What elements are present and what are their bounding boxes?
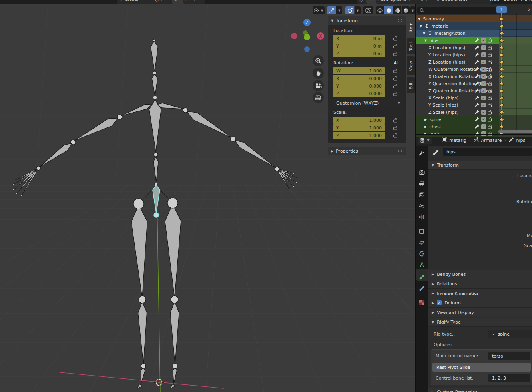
modifier-wrench-icon[interactable] <box>475 38 480 43</box>
shading-wireframe-button[interactable] <box>376 6 384 14</box>
unlock-icon[interactable] <box>488 45 492 50</box>
panel-header-bendy-bones[interactable]: ▶Bendy Bones <box>428 270 532 279</box>
sidebar-tab-item[interactable]: Item <box>407 18 415 36</box>
panel-grip-icon[interactable] <box>398 19 403 22</box>
props-transform-panel-header[interactable]: ▼ Transform <box>428 161 532 170</box>
unlock-icon[interactable] <box>488 60 492 64</box>
channel-enable-checkbox[interactable]: ✓ <box>481 124 486 129</box>
unlock-icon[interactable] <box>488 81 492 86</box>
dopesheet-channel-spine[interactable]: ▶spine✓ <box>416 116 499 123</box>
pan-tool-button[interactable] <box>313 68 324 79</box>
props-tab-physics[interactable] <box>416 237 427 248</box>
dopesheet-channel-x-scale-hips-[interactable]: X Scale (hips)✓ <box>416 94 499 101</box>
props-tab-bone-constraints[interactable] <box>416 283 427 293</box>
lock-toggle[interactable] <box>393 36 397 42</box>
props-tab-texture[interactable] <box>416 297 427 308</box>
shading-material-button[interactable] <box>393 6 401 14</box>
unlock-icon[interactable] <box>488 38 492 43</box>
props-tab-object-data[interactable] <box>416 260 427 270</box>
panel-header-viewport-display[interactable]: ▶Viewport Display <box>428 308 532 317</box>
props-tab-scene[interactable] <box>416 201 427 211</box>
location-y-field[interactable]: Y0 m <box>333 42 385 50</box>
dopesheet-horizontal-scrollbar[interactable] <box>498 130 532 133</box>
unlock-icon[interactable] <box>488 124 492 129</box>
overlays-toggle-button[interactable] <box>363 6 373 14</box>
props-tab-tool[interactable] <box>416 148 427 159</box>
rest-pivot-slide-slider[interactable]: Rest Pivot Slide <box>432 363 531 372</box>
unlock-icon[interactable] <box>488 103 492 107</box>
dopesheet-channel-z-scale-hips-[interactable]: Z Scale (hips)✓ <box>416 109 499 116</box>
panel-header-deform[interactable]: ▶✓Deform <box>428 298 532 308</box>
channel-enable-checkbox[interactable]: ✓ <box>481 45 486 50</box>
lock-toggle[interactable] <box>393 44 397 50</box>
dopesheet-channel-y-scale-hips-[interactable]: Y Scale (hips)✓ <box>416 101 499 109</box>
props-tab-output[interactable] <box>416 178 427 189</box>
dopesheet-channel-x-quaternion-rotation-hips-[interactable]: X Quaternion Rotation (hips)✓ <box>416 73 499 80</box>
modifier-wrench-icon[interactable] <box>475 60 480 64</box>
deform-checkbox[interactable]: ✓ <box>437 300 442 305</box>
dopesheet-channel-x-location-hips-[interactable]: X Location (hips)✓ <box>416 44 499 51</box>
shading-solid-button[interactable] <box>384 6 393 14</box>
lock-toggle[interactable] <box>393 133 397 139</box>
lock-toggle[interactable] <box>393 68 397 74</box>
custom-properties-panel-header[interactable]: ▶ Custom Properties <box>428 388 532 392</box>
unlock-icon[interactable] <box>488 117 492 122</box>
dopesheet-channel-summary[interactable]: ▼Summary <box>416 15 499 22</box>
modifier-wrench-icon[interactable] <box>475 67 480 72</box>
perspective-toggle-button[interactable] <box>313 92 324 103</box>
channel-enable-checkbox[interactable]: ✓ <box>481 38 486 43</box>
menu-select[interactable]: Select <box>504 0 517 4</box>
panel-header-inverse-kinematics[interactable]: ▶Inverse Kinematics <box>428 289 532 298</box>
proportional-editing-button[interactable] <box>327 6 336 14</box>
transform-panel-header[interactable]: ▼ Transform <box>328 16 406 25</box>
dopesheet-channel-chest[interactable]: ▶chest✓ <box>416 123 499 130</box>
channel-enable-checkbox[interactable]: ✓ <box>481 88 486 93</box>
sidebar-tab-tool[interactable]: Tool <box>407 38 415 54</box>
dopesheet-channel-y-quaternion-rotation-hips-[interactable]: Y Quaternion Rotation (hips)✓ <box>416 80 499 87</box>
breadcrumb-object[interactable]: metarig <box>449 138 466 143</box>
main-control-name-input[interactable]: torso <box>488 352 530 360</box>
proportional-editing-dropdown[interactable]: ▼ <box>336 6 342 14</box>
shading-rendered-button[interactable] <box>402 6 410 14</box>
expand-arrow-icon[interactable]: ▶ <box>424 125 427 129</box>
pose-options-dropdown[interactable]: Pose Options ▼ <box>376 0 419 4</box>
channel-enable-checkbox[interactable]: ✓ <box>481 110 486 115</box>
unlock-icon[interactable] <box>488 74 492 79</box>
scale-z-field[interactable]: Z1.000 <box>333 132 385 139</box>
modifier-wrench-icon[interactable] <box>475 103 480 107</box>
breadcrumb-armature[interactable]: Armature <box>481 138 502 143</box>
menu-view[interactable]: View <box>489 0 500 4</box>
sidebar-tab-edit[interactable]: Edit <box>407 77 415 93</box>
props-tab-object[interactable] <box>416 226 427 237</box>
dopesheet-channel-w-quaternion-rotation-hips-[interactable]: W Quaternion Rotation (hips)✓ <box>416 66 499 73</box>
sidebar-tab-view[interactable]: View <box>407 56 415 75</box>
lock-toggle[interactable] <box>393 91 397 97</box>
channel-search-input[interactable] <box>417 7 497 14</box>
scale-y-field[interactable]: Y1.000 <box>333 124 385 131</box>
modifier-wrench-icon[interactable] <box>475 96 480 100</box>
control-bone-list-input[interactable]: 1, 2, 3 <box>488 374 530 382</box>
lock-toggle[interactable] <box>393 76 397 82</box>
dopesheet-channel-z-quaternion-rotation-hips-[interactable]: Z Quaternion Rotation (hips)✓ <box>416 87 499 94</box>
bone-name-input[interactable]: hips <box>443 148 532 156</box>
modifier-wrench-icon[interactable] <box>475 52 480 57</box>
dopesheet-channel-hips[interactable]: ▼hips✓ <box>416 37 499 44</box>
location-z-field[interactable]: Z0 m <box>333 50 385 57</box>
lock-toggle[interactable] <box>393 125 397 131</box>
rotation-x-field[interactable]: X0.000 <box>333 75 385 82</box>
props-tab-view-layer[interactable] <box>416 189 427 200</box>
viewport-3d[interactable]: ▼ ▼ ▼ ▼ <box>0 4 416 392</box>
zoom-tool-button[interactable] <box>313 55 324 66</box>
modifier-wrench-icon[interactable] <box>475 81 480 86</box>
channel-enable-checkbox[interactable]: ✓ <box>481 117 486 122</box>
modifier-wrench-icon[interactable] <box>475 88 480 93</box>
editor-type-dropdown[interactable]: ▼ <box>418 136 432 144</box>
unlock-icon[interactable] <box>488 96 492 100</box>
pivot-point-dropdown[interactable]: ◎ ▼ <box>153 0 174 4</box>
editor-divider-vertical[interactable] <box>415 0 416 392</box>
panel-header-relations[interactable]: ▶Relations <box>428 279 532 289</box>
camera-view-button[interactable] <box>313 80 324 91</box>
unlock-icon[interactable] <box>488 88 492 93</box>
rotation-z-field[interactable]: Z0.000 <box>333 90 385 97</box>
modifier-wrench-icon[interactable] <box>475 117 480 122</box>
